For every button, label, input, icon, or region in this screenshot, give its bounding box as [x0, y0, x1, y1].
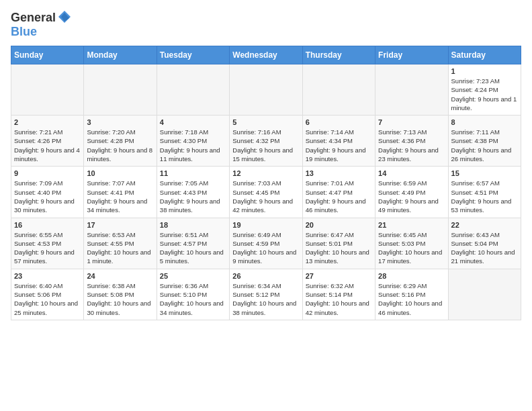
page-header: General Blue [11, 11, 521, 39]
logo: General Blue [11, 11, 72, 39]
calendar-cell [302, 64, 375, 116]
day-info: Sunrise: 7:01 AM Sunset: 4:47 PM Dayligh… [306, 179, 372, 214]
logo-container: General Blue [11, 11, 72, 39]
calendar-cell: 14Sunrise: 6:59 AM Sunset: 4:49 PM Dayli… [375, 167, 448, 218]
day-number: 14 [378, 169, 445, 177]
calendar-cell [11, 64, 84, 116]
calendar-cell: 23Sunrise: 6:40 AM Sunset: 5:06 PM Dayli… [11, 269, 84, 320]
calendar-week-row: 9Sunrise: 7:09 AM Sunset: 4:40 PM Daylig… [11, 167, 521, 218]
day-info: Sunrise: 6:47 AM Sunset: 5:01 PM Dayligh… [306, 230, 372, 266]
day-info: Sunrise: 6:45 AM Sunset: 5:03 PM Dayligh… [378, 230, 445, 266]
calendar-cell: 28Sunrise: 6:29 AM Sunset: 5:16 PM Dayli… [375, 269, 448, 320]
calendar-cell: 18Sunrise: 6:51 AM Sunset: 4:57 PM Dayli… [157, 218, 229, 269]
day-info: Sunrise: 6:32 AM Sunset: 5:14 PM Dayligh… [306, 281, 372, 317]
day-info: Sunrise: 6:29 AM Sunset: 5:16 PM Dayligh… [378, 281, 445, 317]
calendar-cell: 27Sunrise: 6:32 AM Sunset: 5:14 PM Dayli… [302, 269, 375, 320]
day-info: Sunrise: 6:51 AM Sunset: 4:57 PM Dayligh… [160, 230, 226, 266]
calendar-cell: 19Sunrise: 6:49 AM Sunset: 4:59 PM Dayli… [230, 218, 302, 269]
calendar-cell [84, 64, 157, 116]
weekday-header: Wednesday [230, 46, 302, 64]
weekday-header: Sunday [11, 46, 84, 64]
day-info: Sunrise: 7:11 AM Sunset: 4:38 PM Dayligh… [451, 128, 518, 163]
day-info: Sunrise: 6:36 AM Sunset: 5:10 PM Dayligh… [160, 281, 226, 317]
logo-icon [57, 9, 72, 24]
day-number: 12 [232, 169, 299, 177]
day-number: 19 [232, 221, 299, 229]
calendar-cell [157, 64, 229, 116]
day-info: Sunrise: 7:16 AM Sunset: 4:32 PM Dayligh… [232, 128, 299, 163]
day-number: 22 [451, 221, 518, 229]
calendar-cell: 5Sunrise: 7:16 AM Sunset: 4:32 PM Daylig… [230, 116, 302, 167]
day-number: 23 [14, 272, 81, 280]
calendar-week-row: 1Sunrise: 7:23 AM Sunset: 4:24 PM Daylig… [11, 64, 521, 116]
day-info: Sunrise: 7:20 AM Sunset: 4:28 PM Dayligh… [87, 128, 153, 163]
calendar-week-row: 16Sunrise: 6:55 AM Sunset: 4:53 PM Dayli… [11, 218, 521, 269]
calendar-cell: 13Sunrise: 7:01 AM Sunset: 4:47 PM Dayli… [302, 167, 375, 218]
calendar-cell: 17Sunrise: 6:53 AM Sunset: 4:55 PM Dayli… [84, 218, 157, 269]
day-number: 25 [160, 272, 226, 280]
day-number: 7 [378, 118, 445, 126]
day-number: 6 [306, 118, 372, 126]
calendar-cell: 22Sunrise: 6:43 AM Sunset: 5:04 PM Dayli… [448, 218, 521, 269]
day-number: 15 [451, 169, 518, 177]
calendar-cell: 16Sunrise: 6:55 AM Sunset: 4:53 PM Dayli… [11, 218, 84, 269]
calendar-cell: 2Sunrise: 7:21 AM Sunset: 4:26 PM Daylig… [11, 116, 84, 167]
weekday-header: Thursday [302, 46, 375, 64]
day-info: Sunrise: 6:55 AM Sunset: 4:53 PM Dayligh… [14, 230, 81, 266]
calendar-cell: 11Sunrise: 7:05 AM Sunset: 4:43 PM Dayli… [157, 167, 229, 218]
day-info: Sunrise: 6:43 AM Sunset: 5:04 PM Dayligh… [451, 230, 518, 266]
day-info: Sunrise: 6:49 AM Sunset: 4:59 PM Dayligh… [232, 230, 299, 266]
day-info: Sunrise: 6:40 AM Sunset: 5:06 PM Dayligh… [14, 281, 81, 317]
day-number: 4 [160, 118, 226, 126]
calendar-cell [448, 269, 521, 320]
calendar-cell [375, 64, 448, 116]
day-number: 27 [306, 272, 372, 280]
day-info: Sunrise: 6:59 AM Sunset: 4:49 PM Dayligh… [378, 179, 445, 214]
calendar-cell: 7Sunrise: 7:13 AM Sunset: 4:36 PM Daylig… [375, 116, 448, 167]
day-info: Sunrise: 6:34 AM Sunset: 5:12 PM Dayligh… [232, 281, 299, 317]
day-number: 17 [87, 221, 153, 229]
day-number: 24 [87, 272, 153, 280]
day-info: Sunrise: 7:03 AM Sunset: 4:45 PM Dayligh… [232, 179, 299, 214]
calendar-cell: 24Sunrise: 6:38 AM Sunset: 5:08 PM Dayli… [84, 269, 157, 320]
day-info: Sunrise: 7:07 AM Sunset: 4:41 PM Dayligh… [87, 179, 153, 214]
calendar-cell: 4Sunrise: 7:18 AM Sunset: 4:30 PM Daylig… [157, 116, 229, 167]
day-number: 8 [451, 118, 518, 126]
calendar-week-row: 23Sunrise: 6:40 AM Sunset: 5:06 PM Dayli… [11, 269, 521, 320]
day-number: 2 [14, 118, 81, 126]
logo-text-general: General [11, 11, 56, 25]
calendar-cell: 6Sunrise: 7:14 AM Sunset: 4:34 PM Daylig… [302, 116, 375, 167]
day-number: 26 [232, 272, 299, 280]
calendar-cell: 12Sunrise: 7:03 AM Sunset: 4:45 PM Dayli… [230, 167, 302, 218]
calendar-cell: 8Sunrise: 7:11 AM Sunset: 4:38 PM Daylig… [448, 116, 521, 167]
day-number: 5 [232, 118, 299, 126]
weekday-header: Friday [375, 46, 448, 64]
day-info: Sunrise: 7:09 AM Sunset: 4:40 PM Dayligh… [14, 179, 81, 214]
day-info: Sunrise: 6:53 AM Sunset: 4:55 PM Dayligh… [87, 230, 153, 266]
day-info: Sunrise: 6:38 AM Sunset: 5:08 PM Dayligh… [87, 281, 153, 317]
day-info: Sunrise: 7:21 AM Sunset: 4:26 PM Dayligh… [14, 128, 81, 163]
calendar-cell: 20Sunrise: 6:47 AM Sunset: 5:01 PM Dayli… [302, 218, 375, 269]
day-number: 11 [160, 169, 226, 177]
day-info: Sunrise: 7:05 AM Sunset: 4:43 PM Dayligh… [160, 179, 226, 214]
calendar-cell: 15Sunrise: 6:57 AM Sunset: 4:51 PM Dayli… [448, 167, 521, 218]
day-number: 18 [160, 221, 226, 229]
day-number: 28 [378, 272, 445, 280]
calendar-cell: 21Sunrise: 6:45 AM Sunset: 5:03 PM Dayli… [375, 218, 448, 269]
day-info: Sunrise: 7:14 AM Sunset: 4:34 PM Dayligh… [306, 128, 372, 163]
calendar-cell: 3Sunrise: 7:20 AM Sunset: 4:28 PM Daylig… [84, 116, 157, 167]
day-number: 1 [451, 67, 518, 75]
day-info: Sunrise: 7:13 AM Sunset: 4:36 PM Dayligh… [378, 128, 445, 163]
day-number: 16 [14, 221, 81, 229]
day-number: 3 [87, 118, 153, 126]
calendar-cell [230, 64, 302, 116]
day-number: 10 [87, 169, 153, 177]
calendar-cell: 26Sunrise: 6:34 AM Sunset: 5:12 PM Dayli… [230, 269, 302, 320]
calendar-cell: 1Sunrise: 7:23 AM Sunset: 4:24 PM Daylig… [448, 64, 521, 116]
weekday-header: Tuesday [157, 46, 229, 64]
day-number: 13 [306, 169, 372, 177]
calendar-cell: 10Sunrise: 7:07 AM Sunset: 4:41 PM Dayli… [84, 167, 157, 218]
day-number: 20 [306, 221, 372, 229]
day-info: Sunrise: 6:57 AM Sunset: 4:51 PM Dayligh… [451, 179, 518, 214]
calendar-cell: 25Sunrise: 6:36 AM Sunset: 5:10 PM Dayli… [157, 269, 229, 320]
